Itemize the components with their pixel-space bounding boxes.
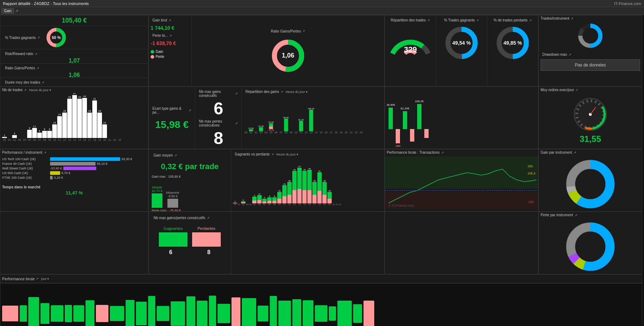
nb-trades-bar: 23	[117, 138, 122, 141]
nb-trades-bar: 28 17	[87, 110, 92, 141]
panel-title-nb-max-gp: Nb max gains/pertes consécutifs ↗	[152, 215, 228, 221]
perf-brute-label: Performance brute	[2, 277, 35, 281]
panel-title-perf-instrument: Performance / instrument ↗	[0, 149, 148, 155]
perf-block	[86, 300, 94, 326]
perf-block	[270, 296, 277, 326]
gvp-bar: 22	[336, 203, 338, 206]
svg-text:-95€: -95€	[395, 144, 401, 147]
gvp-bar: 8 09	[272, 195, 277, 206]
gain-button[interactable]: Gain	[1, 8, 14, 14]
gvp-bar: 8 08	[267, 195, 272, 206]
repartition-value: 329	[404, 45, 417, 54]
panel-title-ratio-gp: Ratio Gains/Pertes ↗	[269, 28, 307, 34]
repartition-bar: 06	[274, 106, 278, 134]
bottom-toolbar: Performance brute ↗ jour ▾	[0, 274, 642, 283]
perf-block	[364, 301, 374, 326]
jour-dropdown[interactable]: jour	[40, 277, 47, 281]
nb-trades-bar: 04	[22, 138, 27, 141]
panel-right1-row1: Répartition des trades ↗ 329 % Trades ga…	[385, 15, 538, 87]
repartition-gains-dropdown[interactable]: Heure du jour ▾	[285, 90, 308, 94]
gvp-bar: 6 07	[262, 197, 267, 206]
nb-trades-bar: 41 18	[92, 98, 97, 141]
panel-gain-instrument: Gain par instrument ↗	[538, 149, 642, 212]
donut-label-trades: 50 %	[52, 35, 61, 40]
perf-block	[28, 297, 39, 326]
nb-trades-bar: 1 00	[2, 134, 7, 141]
perf-instrument-row: US 500 Cash (1€) 9,70 €	[2, 171, 146, 175]
perdantes-nb-label: Perdantes	[192, 226, 221, 231]
perf-block	[2, 306, 18, 321]
svg-rect-14	[396, 129, 400, 143]
repartition-bar-empty: 02	[254, 106, 258, 134]
panel-title-temps-marche: Temps dans le marché	[0, 184, 148, 190]
gagnants-perdants-dropdown[interactable]: Heure du jour ▾	[275, 153, 299, 156]
svg-rect-18	[410, 129, 414, 142]
nb-trades-bar: 44 16	[82, 95, 87, 141]
repartition-bar-empty: 22	[354, 106, 358, 134]
main-gain-value: 105,40 €	[62, 17, 87, 24]
gvp-bar: 15 10	[277, 190, 282, 206]
gagnants-pct-label: 49,54 %	[452, 40, 470, 46]
repartition-bar-empty: 18	[334, 106, 338, 134]
repartition-bar-empty: 20	[344, 106, 348, 134]
svg-text:105,4: 105,4	[527, 172, 535, 175]
panel-title-ratio: Ratio Gains/Pertes ↗	[3, 65, 145, 71]
perf-brute-timeline	[0, 283, 642, 326]
gvp-bar: 03	[246, 203, 249, 206]
perf-brute-expand[interactable]: ↗	[36, 277, 39, 281]
nb-trades-bar: 28 12	[62, 110, 67, 141]
panel-title-rr: Risk/Reward ratio ↗	[3, 51, 145, 57]
nb-trades-dropdown[interactable]: Heure du jour ▾	[28, 88, 52, 92]
svg-rect-12	[389, 108, 393, 129]
expand-icon[interactable]: ↗	[37, 36, 40, 39]
panel-perf-brute: Performance brute : Transactions ↗ © IT-…	[385, 149, 538, 212]
perf-block	[315, 305, 327, 321]
gvp-bar: 1 00	[233, 201, 237, 206]
nb-trades-bar: 8 08	[42, 128, 47, 141]
dropdown-arrow[interactable]: ▾	[47, 277, 49, 281]
nb-trades-bar: 15 10	[52, 122, 57, 141]
repartition-bar-empty: 17	[329, 106, 333, 134]
perf-block	[73, 305, 84, 322]
perf-brute-chart: © IT-Finance.com 150 105,4 -150	[385, 157, 538, 208]
perf-block	[292, 299, 301, 326]
perdantes-nb-value: 8	[207, 249, 210, 256]
toolbar: Gain ↗	[0, 7, 644, 15]
gagnantes-nb-label: Gagnantes	[159, 226, 187, 231]
perf-block	[148, 296, 155, 326]
gvp-bar: 9 05	[252, 194, 257, 206]
panel-title-nb-max-gains: Nb max gains consécutifs ↗	[197, 89, 240, 99]
perf-block	[218, 304, 230, 323]
gvp-bar: 11 06	[257, 193, 262, 206]
gvp-bar: 15 20	[327, 190, 332, 206]
gvp-bar: 41 18	[317, 170, 322, 206]
panel-title-drawdown: Drawdown max ↗	[541, 51, 640, 58]
repartition-bar-empty: 23	[359, 106, 364, 134]
nb-trades-bar: 15 20	[102, 122, 107, 141]
perf-instrument-row: FTSE 100 Cash (1€) 0,20 €	[2, 176, 146, 179]
panel-mid-row2: Ecart type gains & pe... ↗ 15,98 € Nb ma…	[148, 87, 385, 149]
svg-rect-16	[403, 111, 407, 129]
perf-block	[40, 303, 49, 324]
panel-title-gain-brut: Gain brut ↗	[151, 17, 190, 23]
panel-right1-row2: 98,90€ -95€ 81,20€ 169,2€	[385, 87, 538, 149]
nb-trades-bar: 28 19	[97, 110, 102, 141]
perf-block	[65, 305, 72, 322]
perf-block	[171, 301, 185, 326]
legend-perte: Perte	[151, 55, 190, 59]
repartition-gains-chart: 00 13.6€ 01 02 31.2€ 03 04 24.9€ -18.2€ …	[244, 95, 382, 145]
dashboard: 105,40 € % Trades gagnants ↗ 50 %	[0, 15, 644, 326]
gagnants-perdants-chart: 1 00 01 3 02 03 04 9 05 11 06 6 07	[233, 157, 382, 207]
panel-title-trades-gagnants-pct: % Trades gagnants ↗	[442, 17, 481, 23]
perf-instrument-row: Wall Street Cash (1€) -53,90 €	[2, 167, 146, 170]
nb-trades-bar: 9 05	[27, 127, 32, 141]
perf-block	[126, 300, 135, 326]
panel-title-duree: Durée moy des trades ↗	[3, 79, 145, 85]
repartition-bar: 81.2€ 11	[299, 106, 303, 134]
perf-block	[186, 296, 195, 326]
panel-title-nb-trades: Nb de trades ↗ Heure du jour ▾	[0, 87, 148, 93]
panel-right2-row1: Trades/instrument ↗ Drawdown max ↗ Pas d…	[538, 15, 642, 87]
panel-title-gain-instrument: Gain par instrument ↗	[539, 149, 642, 155]
nb-trades-bar: 43 15	[77, 96, 82, 141]
perf-block	[136, 302, 147, 325]
